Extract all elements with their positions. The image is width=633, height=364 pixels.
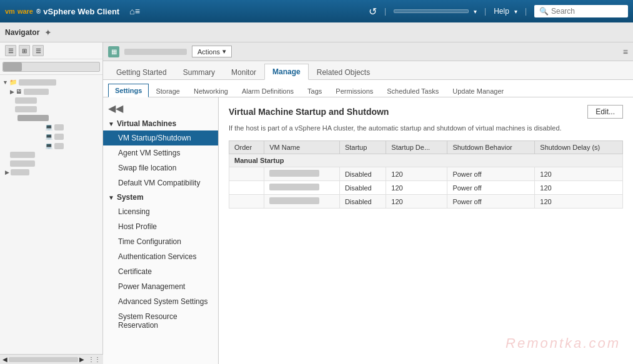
tree-item-k3[interactable] xyxy=(0,96,102,105)
nav-item-sys-resource[interactable]: System Resource Reservation xyxy=(103,309,218,333)
row2-startup-delay: 120 xyxy=(386,181,447,195)
sub-tab-scheduled-tasks[interactable]: Scheduled Tasks xyxy=(380,84,446,97)
tree-item-k1[interactable]: ▼ 📁 xyxy=(0,77,102,87)
nav-item-adv-settings[interactable]: Advanced System Settings xyxy=(103,294,218,309)
back-arrow-button[interactable]: ◀◀ xyxy=(103,100,218,117)
context-dropdown[interactable] xyxy=(394,9,469,13)
sidebar-icon-3[interactable]: ☰ xyxy=(32,45,44,56)
pin-icon[interactable]: ✦ xyxy=(44,27,52,37)
sub-tab-update-manager[interactable]: Update Manager xyxy=(446,84,511,97)
blurred-label-7 xyxy=(11,169,29,175)
tree-item-host2[interactable] xyxy=(0,159,102,168)
row3-order xyxy=(229,195,264,209)
object-bar: ▦ Actions ▾ ≡ xyxy=(103,42,633,61)
vm-icon-2: 💻 xyxy=(45,133,52,140)
section-title-bar: Virtual Machine Startup and Shutdown Edi… xyxy=(229,105,623,119)
vm-icon-3: 💻 xyxy=(45,142,52,149)
navigator-sidebar: ☰ ⊞ ☰ ▼ 📁 ▶ 🖥 xyxy=(0,42,103,364)
tree-arrow: ▼ xyxy=(2,79,8,86)
nav-item-power-mgmt[interactable]: Power Management xyxy=(103,279,218,294)
sidebar-bottom-scroll: ◀ ▶ ⋮⋮ xyxy=(0,354,103,364)
row1-order xyxy=(229,167,264,181)
tab-related-objects[interactable]: Related Objects xyxy=(309,64,378,80)
sidebar-icon-1[interactable]: ☰ xyxy=(5,45,16,56)
settings-left-nav: ◀◀ ▼ Virtual Machines VM Startup/Shutdow… xyxy=(103,97,219,364)
tree-item-host[interactable] xyxy=(0,150,102,159)
blurred-label-6 xyxy=(10,160,35,167)
nav-item-certificate[interactable]: Certificate xyxy=(103,264,218,279)
row1-startup-delay: 120 xyxy=(386,167,447,181)
nav-item-time-config[interactable]: Time Configuration xyxy=(103,234,218,249)
row2-shutdown-delay: 120 xyxy=(535,181,623,195)
section-label-system: System xyxy=(117,193,144,202)
table-row: Disabled 120 Power off 120 xyxy=(229,167,623,181)
home-menu-button[interactable]: ⌂≡ xyxy=(129,6,140,16)
row1-startup: Disabled xyxy=(339,167,386,181)
sub-tab-networking[interactable]: Networking xyxy=(187,84,235,97)
nav-section-virtual-machines[interactable]: ▼ Virtual Machines xyxy=(103,117,218,130)
nav-item-agent-vm[interactable]: Agent VM Settings xyxy=(103,145,218,160)
nav-item-vm-compat[interactable]: Default VM Compatibility xyxy=(103,175,218,190)
row1-shutdown-behavior: Power off xyxy=(447,167,535,181)
tab-monitor[interactable]: Monitor xyxy=(223,64,264,80)
tab-manage[interactable]: Manage xyxy=(264,64,309,80)
row2-startup: Disabled xyxy=(339,181,386,195)
row2-shutdown-behavior: Power off xyxy=(447,181,535,195)
sub-tab-storage[interactable]: Storage xyxy=(149,84,187,97)
help-button[interactable]: Help xyxy=(494,7,509,16)
search-icon: 🔍 xyxy=(539,7,549,16)
row3-shutdown-behavior: Power off xyxy=(447,195,535,209)
blurred-label-5 xyxy=(10,152,35,158)
scroll-right-btn[interactable]: ▶ xyxy=(79,356,84,363)
tab-summary[interactable]: Summary xyxy=(175,64,223,80)
nav-item-vm-startup[interactable]: VM Startup/Shutdown xyxy=(103,130,218,145)
nav-item-swap-file[interactable]: Swap file location xyxy=(103,160,218,175)
actions-button[interactable]: Actions ▾ xyxy=(192,46,232,57)
tree-item-k4[interactable] xyxy=(0,105,102,114)
tree-vm-1[interactable]: 💻 xyxy=(22,122,102,132)
sub-tab-tags[interactable]: Tags xyxy=(301,84,329,97)
row2-order xyxy=(229,181,264,195)
search-input[interactable] xyxy=(551,7,626,16)
product-name: vSphere Web Client xyxy=(43,7,119,16)
divider-3: | xyxy=(525,7,527,16)
sidebar-icon-2[interactable]: ⊞ xyxy=(19,45,30,56)
sub-tab-settings[interactable]: Settings xyxy=(108,84,149,97)
tree-item-k2[interactable]: ▶ 🖥 xyxy=(0,87,102,96)
blurred-selected-label xyxy=(17,115,49,121)
server-icon: ▦ xyxy=(111,48,117,55)
tab-getting-started[interactable]: Getting Started xyxy=(108,64,175,80)
col-startup-delay: Startup De... xyxy=(386,141,447,154)
second-bar: Navigator ✦ xyxy=(0,22,633,42)
scroll-dots: ⋮⋮ xyxy=(88,356,101,363)
sidebar-toolbar: ☰ ⊞ ☰ xyxy=(0,42,102,59)
tree-vm-2[interactable]: 💻 xyxy=(22,132,102,141)
row1-vm-name xyxy=(264,167,340,181)
nav-item-auth-services[interactable]: Authentication Services xyxy=(103,249,218,264)
divider-1: | xyxy=(384,7,386,16)
scroll-left-btn[interactable]: ◀ xyxy=(2,356,7,363)
edit-button[interactable]: Edit... xyxy=(587,105,623,119)
blurred-label-2 xyxy=(24,89,49,95)
sub-tab-permissions[interactable]: Permissions xyxy=(329,84,380,97)
blurred-label xyxy=(19,79,56,86)
table-row: Disabled 120 Power off 120 xyxy=(229,181,623,195)
nav-section-system[interactable]: ▼ System xyxy=(103,190,218,204)
help-arrow[interactable]: ▾ xyxy=(514,8,517,15)
object-icon: ▦ xyxy=(108,46,119,57)
info-text: If the host is part of a vSphere HA clus… xyxy=(229,124,623,133)
refresh-button[interactable]: ↺ xyxy=(369,6,377,17)
tree-folder-icon: 📁 xyxy=(9,79,17,86)
nav-item-licensing[interactable]: Licensing xyxy=(103,204,218,219)
tree-vm-3[interactable]: 💻 xyxy=(22,141,102,150)
tree-item-dc[interactable]: ▶ xyxy=(0,168,102,177)
row3-startup-delay: 120 xyxy=(386,195,447,209)
tree-item-selected[interactable] xyxy=(0,114,102,122)
dropdown-arrow[interactable]: ▾ xyxy=(474,8,477,15)
view-options-icon[interactable]: ≡ xyxy=(623,47,628,57)
sub-tab-alarm-definitions[interactable]: Alarm Definitions xyxy=(235,84,301,97)
nav-item-host-profile[interactable]: Host Profile xyxy=(103,219,218,234)
vm-startup-table: Order VM Name Startup Startup De... Shut… xyxy=(229,140,623,209)
settings-right-content: Virtual Machine Startup and Shutdown Edi… xyxy=(219,97,633,364)
col-startup: Startup xyxy=(339,141,386,154)
